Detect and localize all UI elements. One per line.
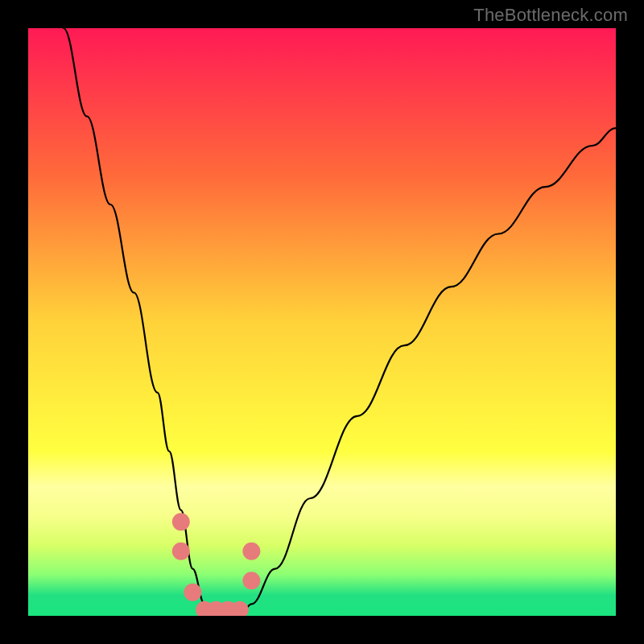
curve-layer — [28, 28, 616, 616]
highlight-dot — [172, 543, 190, 560]
highlight-dots — [172, 513, 261, 616]
highlight-dot — [242, 543, 260, 560]
plot-area — [28, 28, 616, 616]
chart-frame: TheBottleneck.com — [0, 0, 644, 644]
bottleneck-curve — [64, 28, 616, 616]
watermark-text: TheBottleneck.com — [473, 5, 628, 26]
highlight-dot — [242, 572, 260, 589]
highlight-dot — [184, 584, 201, 601]
highlight-dot — [172, 513, 190, 530]
